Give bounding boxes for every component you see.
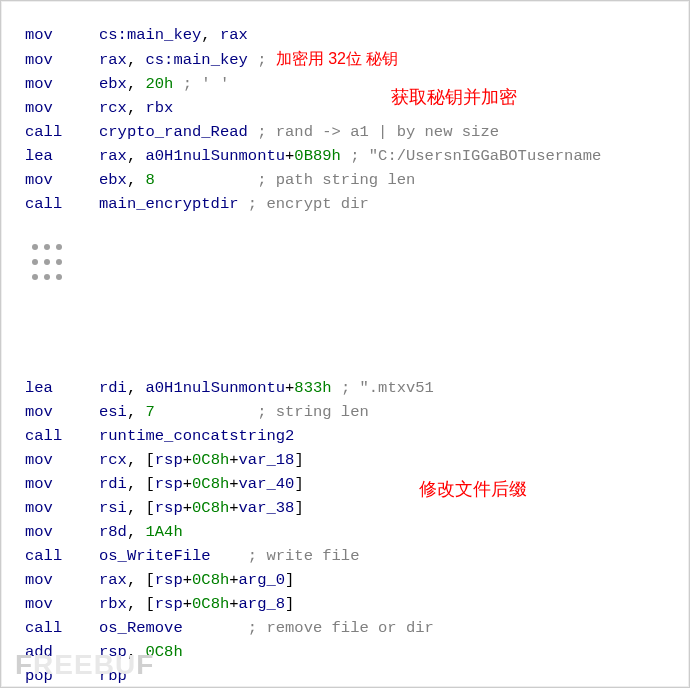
register: esi [99,403,127,421]
text [183,619,248,637]
identifier: cs:main_key [99,26,201,44]
asm-line: callos_Remove ; remove file or dir [25,616,681,640]
text [211,547,248,565]
mnemonic: mov [25,472,99,496]
identifier: arg_0 [239,571,286,589]
mnemonic: mov [25,592,99,616]
register: rbx [99,595,127,613]
identifier: var_38 [239,499,295,517]
register: rsp [155,475,183,493]
mnemonic: call [25,120,99,144]
comment: ; string len [257,403,369,421]
mnemonic: mov [25,96,99,120]
comment: ; ".mtxv51 [341,379,434,397]
svg-point-3 [32,259,38,265]
text [173,75,182,93]
register: rsp [99,643,127,661]
text: , [127,403,146,421]
identifier: os_Remove [99,619,183,637]
mnemonic: add [25,640,99,664]
text: ] [294,475,303,493]
text [341,147,350,165]
number: 1A4h [146,523,183,541]
text: + [183,499,192,517]
number: 0C8h [192,451,229,469]
text: , [127,523,146,541]
svg-point-1 [44,244,50,250]
asm-line: movebx, 20h ; ' ' [25,72,681,96]
asm-line: callmain_encryptdir ; encrypt dir [25,192,681,216]
number: 0C8h [192,475,229,493]
text [248,123,257,141]
identifier: main_encryptdir [99,195,239,213]
annotation-top: 获取秘钥并加密 [391,85,517,109]
text: ] [285,595,294,613]
text: , [127,147,146,165]
text [155,171,257,189]
text: + [183,451,192,469]
number: 833h [294,379,331,397]
register: rsp [155,595,183,613]
identifier: a0H1nulSunmontu [146,379,286,397]
svg-point-8 [56,274,62,280]
register: ebx [99,171,127,189]
text: , [127,379,146,397]
asm-line: movrbx, [rsp+0C8h+arg_8] [25,592,681,616]
register: rax [99,51,127,69]
mnemonic: lea [25,144,99,168]
text: + [285,379,294,397]
asm-line: callruntime_concatstring2 [25,424,681,448]
asm-line: movrax, cs:main_key ; 加密用 32位 秘钥 [25,47,681,72]
register: rcx [99,451,127,469]
mnemonic: call [25,544,99,568]
text: + [229,595,238,613]
mnemonic: mov [25,72,99,96]
comment: ; path string len [257,171,415,189]
text: , [ [127,475,155,493]
mnemonic: mov [25,520,99,544]
text: + [229,571,238,589]
comment: ; remove file or dir [248,619,434,637]
mnemonic: call [25,424,99,448]
identifier: runtime_concatstring2 [99,427,294,445]
mnemonic: mov [25,168,99,192]
text: , [ [127,571,155,589]
mnemonic: lea [25,376,99,400]
text: , [ [127,499,155,517]
text: , [127,171,146,189]
asm-line: movebx, 8 ; path string len [25,168,681,192]
asm-line: learax, a0H1nulSunmontu+0B89h ; "C:/User… [25,144,681,168]
collapsed-region-icon [25,217,115,307]
number: 0C8h [192,499,229,517]
asm-line: movrdi, [rsp+0C8h+var_40] [25,472,681,496]
number: 0C8h [192,571,229,589]
inline-annotation: 加密用 32位 秘钥 [276,50,399,67]
register: rdi [99,475,127,493]
svg-point-0 [32,244,38,250]
svg-point-5 [56,259,62,265]
identifier: var_18 [239,451,295,469]
text: ] [285,571,294,589]
asm-line: poprbp [25,664,681,688]
asm-line: movrax, [rsp+0C8h+arg_0] [25,568,681,592]
comment: ; encrypt dir [248,195,369,213]
text: , [127,75,146,93]
mnemonic: mov [25,48,99,72]
register: rsp [155,571,183,589]
identifier: os_WriteFile [99,547,211,565]
register: rax [99,147,127,165]
asm-line: callcrypto_rand_Read ; rand -> a1 | by n… [25,120,681,144]
number: 0C8h [146,643,183,661]
text: , [201,26,220,44]
text: + [183,595,192,613]
number: 7 [146,403,155,421]
text: + [229,451,238,469]
svg-point-6 [32,274,38,280]
asm-line: movrcx, rbx [25,96,681,120]
mnemonic: mov [25,496,99,520]
asm-block-2: leardi, a0H1nulSunmontu+833h ; ".mtxv51m… [25,376,681,688]
text: + [183,475,192,493]
register: rbx [146,99,174,117]
identifier: var_40 [239,475,295,493]
asm-block-1: movcs:main_key, raxmovrax, cs:main_key ;… [25,23,681,216]
